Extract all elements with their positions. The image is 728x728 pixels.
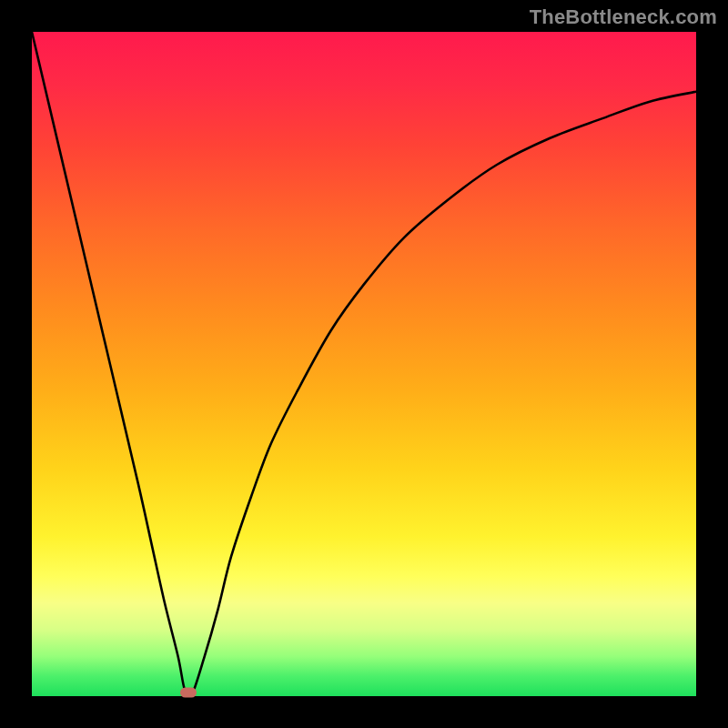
plot-area — [32, 32, 696, 696]
optimum-marker — [180, 688, 197, 698]
chart-frame: TheBottleneck.com — [0, 0, 728, 728]
bottleneck-curve — [32, 32, 696, 696]
watermark-text: TheBottleneck.com — [530, 5, 717, 29]
